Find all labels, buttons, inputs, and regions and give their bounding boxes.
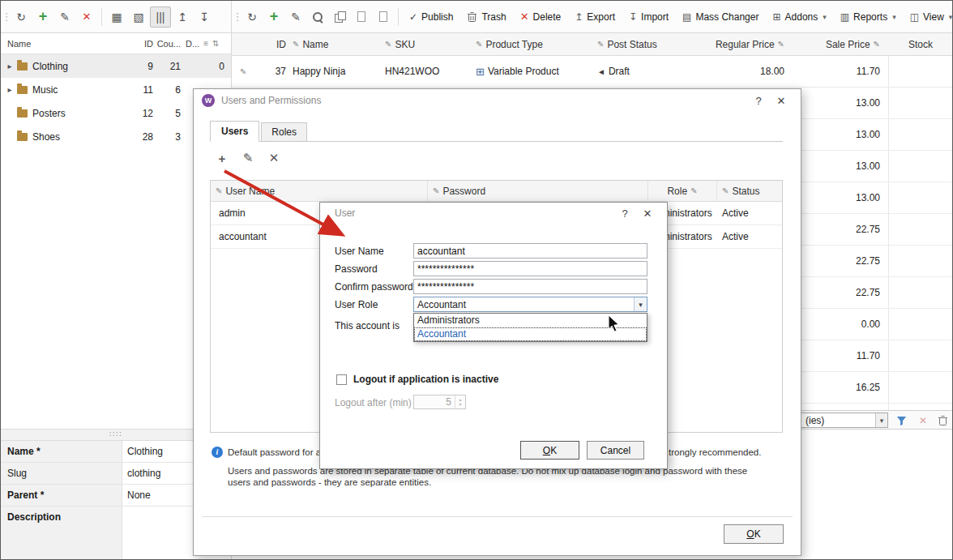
- draft-status-icon: ◄: [597, 67, 605, 76]
- export-icon: ↥: [575, 11, 583, 23]
- add-user-button[interactable]: +: [212, 147, 233, 169]
- column-header-sale-price[interactable]: Sale Price✎: [791, 39, 888, 50]
- user-name-label: User Name: [335, 246, 384, 257]
- column-header-d[interactable]: D... ≡ ⇅: [181, 39, 231, 49]
- mass-changer-button[interactable]: ▤ Mass Changer: [676, 6, 765, 28]
- checkbox[interactable]: [336, 374, 347, 385]
- column-header-stock[interactable]: Stock: [888, 39, 952, 50]
- new-page-button[interactable]: [351, 6, 372, 28]
- copy-button[interactable]: [329, 6, 350, 28]
- category-row[interactable]: ▸Clothing 9 21 0: [1, 54, 231, 78]
- add-category-button[interactable]: +: [32, 6, 53, 28]
- help-button[interactable]: ?: [747, 92, 770, 109]
- addons-icon: ⊞: [772, 11, 780, 23]
- product-row[interactable]: ✎ 37 Happy Ninja HN421WOO ⊞Variable Prod…: [232, 56, 952, 88]
- toolbar-grip-icon[interactable]: ⋮: [3, 6, 10, 28]
- column-header-count[interactable]: Cou...: [153, 39, 181, 49]
- duplicate-button[interactable]: [373, 6, 394, 28]
- ok-button[interactable]: OK: [520, 441, 579, 460]
- status-cell: Active: [717, 207, 782, 219]
- ok-button[interactable]: OK: [724, 524, 784, 544]
- column-header-name[interactable]: Name: [1, 39, 129, 49]
- logout-after-spinner[interactable]: 5 ▴▾: [413, 395, 466, 409]
- delete-category-button[interactable]: ✕: [76, 6, 97, 28]
- columns-view-button[interactable]: |||: [150, 6, 171, 28]
- refresh-products-button[interactable]: ↻: [241, 6, 263, 28]
- dropdown-option-accountant[interactable]: Accountant: [414, 327, 647, 341]
- column-header-sku[interactable]: ✎SKU: [380, 39, 471, 50]
- addons-button[interactable]: ⊞ Addons ▾: [766, 6, 832, 28]
- confirm-password-input[interactable]: [413, 279, 647, 294]
- column-header-status[interactable]: ✎Status: [717, 181, 782, 201]
- column-header-product-type[interactable]: ✎Product Type: [471, 39, 592, 50]
- delete-button[interactable]: ✕ Delete: [514, 6, 568, 28]
- trash-button[interactable]: Trash: [460, 6, 512, 28]
- publish-button[interactable]: ✓ Publish: [403, 6, 459, 28]
- image-button[interactable]: ▧: [128, 6, 149, 28]
- password-input[interactable]: [413, 261, 647, 276]
- column-header-name[interactable]: ✎Name: [286, 39, 380, 50]
- user-role-label: User Role: [335, 299, 378, 310]
- search-button[interactable]: [307, 6, 328, 28]
- chevron-down-icon[interactable]: ▾: [634, 297, 647, 311]
- expand-caret-icon[interactable]: ▸: [4, 85, 15, 94]
- mass-changer-icon: ▤: [682, 11, 691, 23]
- help-button[interactable]: ?: [613, 204, 636, 222]
- field-label: Parent *: [1, 485, 122, 506]
- column-header-password[interactable]: ✎Password: [428, 181, 648, 201]
- tab-roles[interactable]: Roles: [261, 122, 307, 142]
- expand-caret-icon[interactable]: ▸: [4, 62, 15, 71]
- duplicate-page-icon: [379, 11, 387, 22]
- copy-icon: [335, 11, 345, 22]
- upload-categories-button[interactable]: ↥: [172, 6, 193, 28]
- user-role-combobox[interactable]: Accountant ▾: [413, 297, 647, 312]
- toolbar-separator: [398, 8, 399, 26]
- delete-user-button[interactable]: ✕: [263, 147, 284, 169]
- edit-product-button[interactable]: ✎: [285, 6, 306, 28]
- refresh-categories-button[interactable]: ↻: [11, 6, 32, 28]
- reports-icon: ▥: [840, 11, 849, 23]
- confirm-password-label: Confirm password: [335, 281, 413, 293]
- column-header-post-status[interactable]: ✎Post Status: [592, 39, 698, 50]
- close-button[interactable]: ✕: [770, 92, 793, 109]
- user-name-input[interactable]: [413, 243, 647, 259]
- reports-button[interactable]: ▥ Reports ▾: [834, 6, 903, 28]
- preview-grid-button[interactable]: ▦: [106, 6, 127, 28]
- spin-down-icon[interactable]: ▾: [459, 402, 461, 407]
- download-categories-button[interactable]: ↧: [194, 6, 215, 28]
- import-button[interactable]: ↧ Import: [622, 6, 675, 28]
- sort-arrows-icon: ⇅: [212, 39, 219, 48]
- field-label: Name *: [1, 441, 122, 462]
- dialog-title: Users and Permissions: [221, 95, 321, 106]
- users-toolbar: + ✎ ✕: [212, 147, 284, 169]
- dialog-tabs: Users Roles: [210, 120, 309, 142]
- cancel-button[interactable]: Cancel: [587, 441, 644, 460]
- edit-user-button[interactable]: ✎: [237, 147, 259, 169]
- role-dropdown-list: Administrators Accountant: [413, 313, 647, 342]
- column-header-regular-price[interactable]: Regular Price✎: [698, 39, 791, 50]
- tab-users[interactable]: Users: [210, 121, 259, 142]
- checkbox-label: Logout if application is inactive: [353, 374, 498, 385]
- column-header-user-name[interactable]: ✎User Name: [211, 181, 428, 201]
- column-header-id[interactable]: ID: [268, 39, 286, 50]
- page-icon: [357, 11, 365, 22]
- column-header-id[interactable]: ID: [129, 39, 153, 49]
- clear-filter-button[interactable]: ✕: [917, 414, 929, 427]
- password-label: Password: [335, 263, 378, 275]
- apply-filter-button[interactable]: [895, 414, 908, 427]
- edit-category-button[interactable]: ✎: [54, 6, 75, 28]
- chevron-down-icon: ▾: [823, 13, 827, 21]
- row-edit-pencil-icon: ✎: [240, 67, 246, 76]
- column-header-role[interactable]: Role✎: [648, 181, 717, 201]
- product-status: Draft: [609, 66, 630, 77]
- close-button[interactable]: ✕: [636, 204, 659, 222]
- delete-filter-button[interactable]: [936, 414, 949, 427]
- chevron-down-icon[interactable]: ▾: [875, 413, 887, 427]
- add-product-button[interactable]: +: [263, 6, 284, 28]
- dropdown-option-administrators[interactable]: Administrators: [414, 314, 647, 327]
- view-button[interactable]: ◫ View ▾: [904, 6, 953, 28]
- toolbar-grip-icon[interactable]: ⋮: [234, 6, 241, 28]
- export-button[interactable]: ↥ Export: [568, 6, 622, 28]
- spinner-arrows[interactable]: ▴▾: [455, 395, 465, 408]
- app-logo-icon: W: [202, 94, 215, 107]
